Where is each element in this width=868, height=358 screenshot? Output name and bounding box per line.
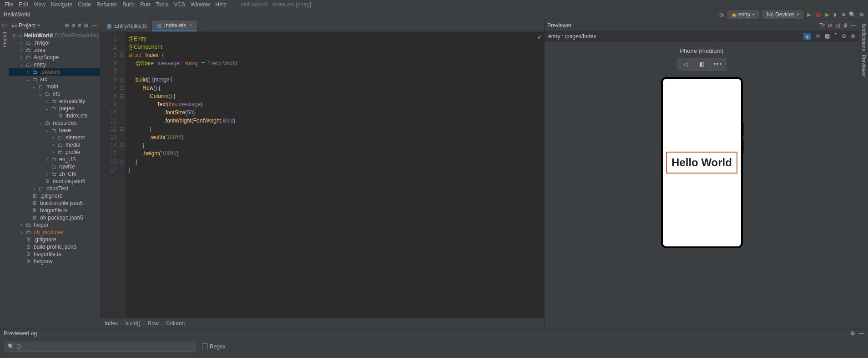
run-config-selector[interactable]: ▣entry bbox=[727, 10, 759, 19]
device-selector[interactable]: No Devices bbox=[762, 10, 803, 19]
hide-icon[interactable]: — bbox=[859, 330, 864, 337]
chevron-down-icon[interactable] bbox=[37, 25, 40, 26]
tree-item[interactable]: ⌄🗀resources bbox=[9, 119, 100, 127]
left-strip-project[interactable]: Project bbox=[2, 30, 7, 49]
log-panel-title[interactable]: PreviewerLog bbox=[4, 330, 37, 337]
tree-item[interactable]: ⌄🗀main bbox=[9, 83, 100, 90]
attach-button[interactable]: ⏵ bbox=[833, 11, 838, 18]
tree-item[interactable]: 🗎hvigorfile.ts bbox=[9, 251, 100, 258]
tree-item[interactable]: ⌄🗀entry bbox=[9, 61, 100, 68]
close-icon[interactable]: × bbox=[189, 22, 192, 29]
menu-window[interactable]: Window bbox=[189, 1, 212, 8]
menu-code[interactable]: Code bbox=[76, 1, 93, 8]
tree-item[interactable]: ›🗀.idea bbox=[9, 46, 100, 54]
hide-icon[interactable]: — bbox=[91, 22, 97, 29]
tree-item[interactable]: 🗎build-profile.json5 bbox=[9, 243, 100, 251]
tree-item[interactable]: 🗎oh-package.json5 bbox=[9, 214, 100, 221]
preview-text-selected[interactable]: Hello World bbox=[666, 152, 737, 174]
phone-screen[interactable]: Hello World bbox=[663, 79, 741, 246]
tree-item[interactable]: ›🗀en_US bbox=[9, 156, 100, 163]
menu-refactor[interactable]: Refactor bbox=[95, 1, 119, 8]
search-icon[interactable]: 🔍 bbox=[849, 11, 856, 18]
tree-item[interactable]: ⌄🗀src bbox=[9, 76, 100, 83]
tree-item[interactable]: ›🗀entryability bbox=[9, 97, 100, 105]
menu-navigate[interactable]: Navigate bbox=[49, 1, 74, 8]
collapse-icon[interactable]: ≡ bbox=[78, 22, 81, 29]
tree-item[interactable]: ⌄🗀base bbox=[9, 127, 100, 134]
tree-item[interactable]: ›🗀.hvigor bbox=[9, 39, 100, 46]
tree-item[interactable]: 🗎module.json5 bbox=[9, 178, 100, 185]
crumb-index[interactable]: Index bbox=[105, 320, 118, 327]
tree-item[interactable]: ›🗀hvigor bbox=[9, 221, 100, 229]
stop-button[interactable]: ■ bbox=[842, 11, 845, 18]
menu-view[interactable]: View bbox=[32, 1, 47, 8]
project-breadcrumb[interactable]: HelloWorld bbox=[4, 11, 30, 18]
menu-build[interactable]: Build bbox=[121, 1, 136, 8]
inspector-toggle[interactable]: ◈ bbox=[803, 33, 811, 40]
tree-item[interactable]: ›🗀AppScope bbox=[9, 54, 100, 61]
right-strip-notifications[interactable]: Notifications bbox=[861, 22, 867, 53]
menu-tools[interactable]: Tools bbox=[154, 1, 170, 8]
tree-root[interactable]: v▭HelloWorld D:\DevEco\workspace bbox=[9, 32, 100, 39]
project-tree[interactable]: v▭HelloWorld D:\DevEco\workspace›🗀.hvigo… bbox=[9, 31, 100, 328]
crumb-row[interactable]: Row bbox=[148, 320, 159, 327]
tree-item[interactable]: 🗎hvigorfile.ts bbox=[9, 207, 100, 214]
locate-icon[interactable]: ⊕ bbox=[65, 22, 69, 29]
code-editor[interactable]: ✔ 1234567891011121314151617 ⊟ ⊟⊟⊟ ⊟ ⊟ ⊟ … bbox=[100, 32, 544, 318]
menu-vcs[interactable]: VCS bbox=[172, 1, 187, 8]
menu-run[interactable]: Run bbox=[138, 1, 152, 8]
more-button[interactable]: ••• bbox=[710, 58, 727, 71]
editor-breadcrumb[interactable]: Index› build()› Row› Column bbox=[100, 318, 544, 328]
rotate-button[interactable]: ◧ bbox=[694, 58, 710, 71]
gear-icon[interactable] bbox=[850, 330, 855, 337]
refresh-icon[interactable]: ⟳ bbox=[828, 22, 833, 29]
tab-index[interactable]: ▦ Index.ets × bbox=[152, 20, 197, 31]
tree-item[interactable]: ›🗀element bbox=[9, 134, 100, 141]
tree-item[interactable]: 🗎build-profile.json5 bbox=[9, 199, 100, 207]
zoom-out-icon[interactable]: ⊖ bbox=[842, 33, 846, 40]
tree-item[interactable]: ›🗀ohosTest bbox=[9, 185, 100, 192]
tree-item[interactable]: ›🗀oh_modules bbox=[9, 229, 100, 236]
folder-icon[interactable]: ▭ bbox=[2, 22, 7, 28]
crumb-column[interactable]: Column bbox=[166, 320, 185, 327]
sync-icon[interactable]: ◎ bbox=[719, 11, 724, 18]
menu-edit[interactable]: Edit bbox=[17, 1, 30, 8]
tree-item[interactable]: ›🗀zh_CN bbox=[9, 170, 100, 178]
gear-icon[interactable] bbox=[843, 22, 848, 29]
layers-icon[interactable]: ≋ bbox=[816, 33, 820, 40]
gear-icon[interactable] bbox=[859, 11, 864, 18]
fold-gutter[interactable]: ⊟ ⊟⊟⊟ ⊟ ⊟ ⊟ bbox=[119, 32, 126, 318]
menu-help[interactable]: Help bbox=[213, 1, 228, 8]
tree-item[interactable]: 🗀rawfile bbox=[9, 163, 100, 170]
menu-file[interactable]: File bbox=[3, 1, 15, 8]
zoom-in-icon[interactable]: ⊕ bbox=[851, 33, 855, 40]
tab-label: Index.ets bbox=[164, 22, 187, 29]
back-button[interactable]: ◁ bbox=[677, 58, 694, 71]
hide-icon[interactable]: — bbox=[851, 22, 856, 29]
gear-icon[interactable] bbox=[84, 22, 89, 29]
tree-item[interactable]: 🗎Index.ets bbox=[9, 112, 100, 119]
tree-item[interactable]: ⌄🗀pages bbox=[9, 105, 100, 112]
code-content[interactable]: @Entry @Component struct Index { @State … bbox=[126, 32, 544, 318]
tree-item[interactable]: 🗎hvigorw bbox=[9, 258, 100, 265]
chevron-down-icon[interactable] bbox=[834, 33, 837, 35]
inspection-ok-icon[interactable]: ✔ bbox=[537, 34, 542, 41]
expand-icon[interactable]: ≡ bbox=[72, 22, 75, 29]
tree-item[interactable]: ›🗀media bbox=[9, 141, 100, 148]
tt-icon[interactable]: Tт bbox=[819, 22, 825, 29]
tree-item[interactable]: ⌄🗀ets bbox=[9, 90, 100, 97]
tree-item[interactable]: ›🗀profile bbox=[9, 148, 100, 156]
regex-checkbox[interactable]: Regex bbox=[202, 343, 226, 350]
crumb-build[interactable]: build() bbox=[125, 320, 140, 327]
tree-item[interactable]: 🗎.gitignore bbox=[9, 192, 100, 199]
debug-button[interactable]: 🐞 bbox=[815, 11, 822, 18]
grid-icon[interactable]: ▦ bbox=[825, 33, 830, 40]
tab-entryability[interactable]: ▦ EntryAbility.ts bbox=[102, 20, 152, 31]
coverage-button[interactable]: ▶ bbox=[825, 11, 829, 18]
run-button[interactable]: ▶ bbox=[807, 11, 811, 18]
tree-item[interactable]: 🗎.gitignore bbox=[9, 236, 100, 243]
tree-item[interactable]: ›🗀.preview bbox=[9, 68, 100, 76]
log-search-input[interactable]: 🔍 Q- bbox=[5, 342, 196, 352]
right-strip-previewer[interactable]: Previewer bbox=[861, 53, 867, 79]
filter-icon[interactable]: ▤ bbox=[835, 22, 840, 29]
